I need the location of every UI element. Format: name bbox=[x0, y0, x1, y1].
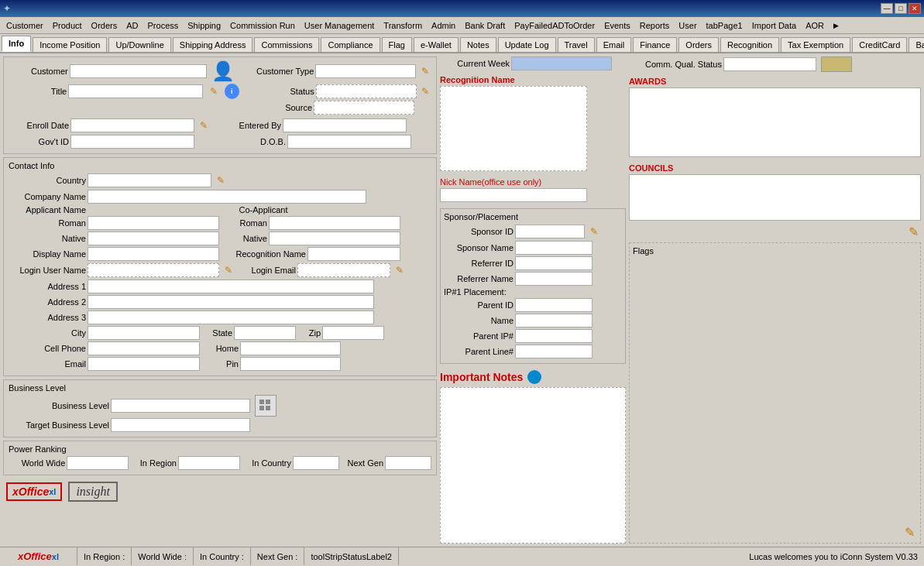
menu-product[interactable]: Product bbox=[48, 19, 87, 32]
native-co-input[interactable] bbox=[269, 232, 400, 245]
govt-id-input[interactable] bbox=[70, 135, 194, 149]
tab-ewallet[interactable]: e-Wallet bbox=[414, 37, 459, 52]
world-wide-input[interactable] bbox=[67, 456, 129, 470]
menu-shipping[interactable]: Shipping bbox=[183, 19, 225, 32]
info-icon[interactable]: i bbox=[225, 84, 239, 99]
tab-travel[interactable]: Travel bbox=[558, 37, 595, 52]
login-email-input[interactable] bbox=[297, 263, 390, 277]
title-edit-icon[interactable]: ✎ bbox=[206, 84, 221, 99]
address2-input[interactable] bbox=[88, 295, 374, 309]
sponsor-id-input[interactable] bbox=[515, 225, 585, 238]
parent-line-input[interactable] bbox=[515, 345, 593, 358]
placement-name-input[interactable] bbox=[515, 314, 593, 328]
councils-box[interactable] bbox=[629, 174, 921, 221]
menu-tabpage1[interactable]: tabPage1 bbox=[702, 19, 747, 32]
referrer-id-input[interactable] bbox=[515, 256, 593, 270]
menu-reports[interactable]: Reports bbox=[635, 19, 675, 32]
display-name-input[interactable] bbox=[88, 247, 219, 261]
comm-qual-color-btn[interactable] bbox=[821, 57, 852, 72]
menu-events[interactable]: Events bbox=[599, 19, 635, 32]
business-level-grid-icon[interactable] bbox=[255, 395, 277, 417]
home-input[interactable] bbox=[240, 341, 341, 355]
close-button[interactable]: ✕ bbox=[909, 3, 921, 14]
sponsor-name-input[interactable] bbox=[515, 241, 593, 255]
menu-pay-failed[interactable]: PayFailedADToOrder bbox=[510, 19, 599, 32]
customer-type-edit-icon[interactable]: ✎ bbox=[417, 63, 433, 79]
menu-orders[interactable]: Orders bbox=[87, 19, 122, 32]
menu-aor[interactable]: AOR bbox=[801, 19, 829, 32]
menu-bank-draft[interactable]: Bank Draft bbox=[460, 19, 510, 32]
title-input[interactable] bbox=[68, 84, 203, 98]
tab-flag[interactable]: Flag bbox=[382, 37, 412, 52]
country-input[interactable] bbox=[88, 173, 211, 187]
tab-orders[interactable]: Orders bbox=[678, 37, 719, 52]
tab-bank[interactable]: Bank bbox=[909, 37, 924, 52]
menu-ad[interactable]: AD bbox=[122, 19, 143, 32]
login-email-edit-icon[interactable]: ✎ bbox=[392, 262, 407, 278]
pin-input[interactable] bbox=[240, 357, 341, 371]
tab-creditcard[interactable]: CreditCard bbox=[852, 37, 907, 52]
roman-co-input[interactable] bbox=[269, 216, 400, 230]
city-input[interactable] bbox=[88, 326, 200, 340]
country-edit-icon[interactable]: ✎ bbox=[213, 173, 228, 188]
enroll-date-input[interactable] bbox=[70, 118, 194, 132]
tab-compliance[interactable]: Compliance bbox=[321, 37, 380, 52]
current-week-input[interactable] bbox=[511, 57, 612, 70]
sponsor-id-edit-icon[interactable]: ✎ bbox=[586, 224, 602, 239]
referrer-name-input[interactable] bbox=[515, 272, 593, 286]
awards-box[interactable] bbox=[629, 87, 921, 157]
login-username-edit-icon[interactable]: ✎ bbox=[221, 262, 236, 278]
address1-input[interactable] bbox=[88, 280, 374, 293]
tab-shipping-address[interactable]: Shipping Address bbox=[173, 37, 253, 52]
customer-input[interactable] bbox=[70, 64, 207, 78]
menu-arrow[interactable]: ▶ bbox=[829, 20, 843, 31]
email-input[interactable] bbox=[88, 357, 200, 371]
menu-user-management[interactable]: User Management bbox=[300, 19, 380, 32]
roman-input[interactable] bbox=[88, 216, 219, 230]
menu-process[interactable]: Process bbox=[143, 19, 184, 32]
status-input[interactable] bbox=[316, 84, 417, 98]
tab-info[interactable]: Info bbox=[2, 36, 31, 52]
important-notes-box[interactable] bbox=[440, 387, 626, 544]
tab-income-position[interactable]: Income Position bbox=[33, 37, 107, 52]
login-username-input[interactable] bbox=[88, 263, 219, 277]
business-level-input[interactable] bbox=[111, 399, 250, 413]
recognition-box[interactable] bbox=[440, 86, 587, 171]
tab-finance[interactable]: Finance bbox=[633, 37, 677, 52]
comm-qual-input[interactable] bbox=[723, 57, 816, 71]
tab-email[interactable]: Email bbox=[596, 37, 632, 52]
entered-by-input[interactable] bbox=[283, 118, 407, 132]
customer-type-input[interactable] bbox=[315, 64, 416, 78]
tab-tax-exemption[interactable]: Tax Exemption bbox=[781, 37, 850, 52]
in-country-input[interactable] bbox=[293, 456, 339, 470]
menu-transform[interactable]: Transform bbox=[379, 19, 427, 32]
tab-update-log[interactable]: Update Log bbox=[498, 37, 556, 52]
menu-customer[interactable]: Customer bbox=[2, 19, 48, 32]
parent-id-input[interactable] bbox=[515, 298, 593, 312]
dob-input[interactable] bbox=[287, 135, 411, 149]
enroll-date-edit-icon[interactable]: ✎ bbox=[196, 118, 211, 133]
tab-notes[interactable]: Notes bbox=[460, 37, 496, 52]
in-region-input[interactable] bbox=[178, 456, 240, 470]
tab-commissions[interactable]: Commissions bbox=[254, 37, 319, 52]
tab-recognition[interactable]: Recognition bbox=[720, 37, 779, 52]
menu-commission-run[interactable]: Commission Run bbox=[225, 19, 300, 32]
maximize-button[interactable]: □ bbox=[895, 3, 907, 14]
address3-input[interactable] bbox=[88, 310, 374, 324]
menu-user[interactable]: User bbox=[674, 19, 701, 32]
company-name-input[interactable] bbox=[88, 190, 366, 204]
next-gen-input[interactable] bbox=[385, 456, 431, 470]
native-input[interactable] bbox=[88, 232, 219, 245]
minimize-button[interactable]: — bbox=[881, 3, 893, 14]
notes-bubble-icon[interactable] bbox=[527, 370, 541, 384]
status-edit-icon[interactable]: ✎ bbox=[418, 84, 433, 99]
parent-ip-input[interactable] bbox=[515, 329, 593, 343]
cell-phone-input[interactable] bbox=[88, 341, 200, 355]
menu-admin[interactable]: Admin bbox=[427, 19, 460, 32]
recognition-name-input[interactable] bbox=[307, 247, 400, 261]
target-business-level-input[interactable] bbox=[111, 418, 250, 432]
menu-import-data[interactable]: Import Data bbox=[747, 19, 801, 32]
nick-name-input[interactable] bbox=[440, 188, 587, 202]
source-input[interactable] bbox=[314, 101, 414, 115]
tab-updownline[interactable]: Up/Downline bbox=[108, 37, 170, 52]
